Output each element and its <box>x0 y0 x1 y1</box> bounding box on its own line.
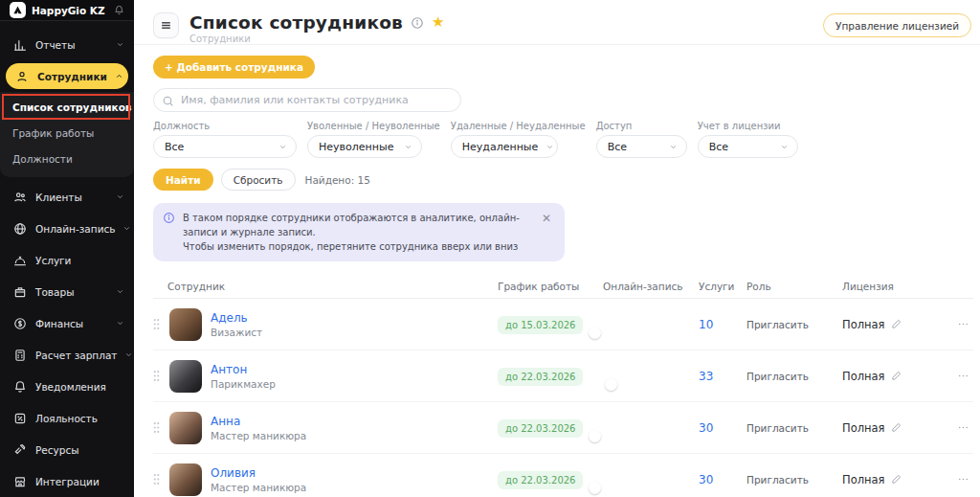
row-menu-icon[interactable] <box>957 421 973 434</box>
filter-position: Должность Все <box>153 121 297 158</box>
license-select[interactable]: Все <box>698 135 798 158</box>
sidebar-item-services[interactable]: Услуги <box>0 244 134 276</box>
close-icon[interactable]: ✕ <box>540 211 553 254</box>
filter-fired: Уволенные / Неуволенные Неуволенные <box>307 121 440 158</box>
drag-handle[interactable] <box>153 421 161 434</box>
edit-pencil-icon[interactable] <box>891 474 902 485</box>
employee-name-link[interactable]: Анна <box>211 415 306 428</box>
schedule-badge[interactable]: до 22.03.2026 <box>498 368 583 386</box>
employee-name-link[interactable]: Оливия <box>211 466 306 480</box>
sidebar-item-label: Услуги <box>35 255 124 266</box>
sidebar-item-label: Отчеты <box>35 39 108 51</box>
filter-license: Учет в лицензии Все <box>698 121 798 158</box>
services-count-link[interactable]: 30 <box>699 473 746 486</box>
license-value: Полная <box>842 318 885 331</box>
page-header: Список сотрудников ★ Сотрудники Управлен… <box>134 0 980 45</box>
employee-position: Мастер маникюра <box>211 430 306 441</box>
add-employee-button[interactable]: + Добавить сотрудника <box>153 56 315 79</box>
notifications-bell-icon[interactable] <box>114 5 124 15</box>
sidebar-brand-bar: HappyGio KZ <box>0 0 134 21</box>
position-select[interactable]: Все <box>153 135 297 158</box>
sidebar-item-label: Интеграции <box>35 476 124 487</box>
edit-pencil-icon[interactable] <box>891 371 902 381</box>
sidebar: HappyGio KZ Отчеты Сотрудники <box>0 0 134 497</box>
drag-handle[interactable] <box>153 318 161 330</box>
sidebar-item-clients[interactable]: Клиенты <box>0 181 134 213</box>
invite-link[interactable]: Пригласить <box>746 371 842 382</box>
filter-access: Доступ Все <box>596 121 687 158</box>
services-count-link[interactable]: 30 <box>699 421 746 435</box>
row-menu-icon[interactable] <box>957 473 973 486</box>
submenu-item-employee-list[interactable]: Список сотрудников <box>0 94 134 120</box>
dollar-circle-icon <box>12 317 28 330</box>
license-value: Полная <box>842 370 885 383</box>
license-management-button[interactable]: Управление лицензией <box>823 13 971 37</box>
chevron-down-icon <box>124 350 133 359</box>
sidebar-item-online-booking[interactable]: Онлайн-запись <box>0 213 134 244</box>
employee-name-link[interactable]: Адель <box>211 311 262 325</box>
submenu-item-positions[interactable]: Должности <box>0 146 134 171</box>
banner-line-2: Чтобы изменить порядок, перетяните сотру… <box>183 241 518 252</box>
schedule-badge[interactable]: до 22.03.2026 <box>498 471 583 489</box>
sidebar-item-employees[interactable]: Сотрудники <box>6 63 128 89</box>
breadcrumb: Сотрудники <box>189 34 444 44</box>
avatar[interactable] <box>169 412 202 444</box>
brand-name: HappyGio KZ <box>32 5 108 16</box>
avatar[interactable] <box>169 308 202 341</box>
brand-logo-icon <box>10 2 26 18</box>
schedule-badge[interactable]: до 22.03.2026 <box>498 419 583 438</box>
sidebar-item-resources[interactable]: Ресурсы <box>0 434 134 465</box>
access-select[interactable]: Все <box>596 135 687 158</box>
chevron-up-icon <box>115 72 123 80</box>
sidebar-item-payroll[interactable]: Расчет зарплат <box>0 339 134 371</box>
content-area: + Добавить сотрудника Должность Все Увол… <box>134 45 980 497</box>
info-icon[interactable] <box>411 16 424 30</box>
sidebar-item-notifications[interactable]: Уведомления <box>0 371 134 402</box>
schedule-badge[interactable]: до 15.03.2026 <box>498 316 583 334</box>
sidebar-item-integrations[interactable]: Интеграции <box>0 465 134 497</box>
row-menu-icon[interactable] <box>957 370 973 382</box>
invite-link[interactable]: Пригласить <box>746 319 842 330</box>
sidebar-item-reports[interactable]: Отчеты <box>0 29 134 60</box>
sidebar-item-products[interactable]: Товары <box>0 276 134 307</box>
sidebar-item-label: Клиенты <box>35 192 108 203</box>
select-value: Все <box>608 141 661 153</box>
invite-link[interactable]: Пригласить <box>746 474 842 486</box>
submenu-item-label: Должности <box>12 153 73 165</box>
submenu-item-work-schedule[interactable]: График работы <box>0 120 134 146</box>
drag-handle[interactable] <box>153 370 161 382</box>
bar-chart-icon <box>12 38 28 52</box>
avatar[interactable] <box>169 463 202 496</box>
services-count-link[interactable]: 10 <box>699 318 746 331</box>
table-row: Антон Парикмахер до 22.03.2026 33 Пригла… <box>153 350 973 402</box>
invite-link[interactable]: Пригласить <box>746 422 842 434</box>
services-count-link[interactable]: 33 <box>699 370 746 383</box>
hamburger-menu-button[interactable] <box>153 12 179 38</box>
reset-button[interactable]: Сбросить <box>221 169 296 191</box>
fired-select[interactable]: Неуволенные <box>307 135 422 158</box>
row-menu-icon[interactable] <box>957 318 973 330</box>
app-window: HappyGio KZ Отчеты Сотрудники <box>0 0 980 497</box>
find-button[interactable]: Найти <box>153 169 213 191</box>
person-icon <box>14 70 30 83</box>
table-row: Оливия Мастер маникюра до 22.03.2026 30 … <box>153 454 973 497</box>
select-value: Все <box>165 141 271 153</box>
sidebar-item-label: Ресурсы <box>35 444 124 456</box>
edit-pencil-icon[interactable] <box>891 319 902 329</box>
edit-pencil-icon[interactable] <box>891 422 902 433</box>
select-value: Неуволенные <box>319 141 396 153</box>
employee-name-link[interactable]: Антон <box>211 363 276 376</box>
search-input[interactable] <box>153 88 461 112</box>
sidebar-item-loyalty[interactable]: Лояльность <box>0 402 134 434</box>
filter-label: Удаленные / Неудаленные <box>451 121 586 131</box>
package-icon <box>12 285 28 299</box>
drag-handle[interactable] <box>153 473 161 486</box>
deleted-select[interactable]: Неудаленные <box>451 135 558 158</box>
sidebar-item-finance[interactable]: Финансы <box>0 307 134 339</box>
chevron-down-icon <box>546 143 554 151</box>
info-icon <box>163 212 175 254</box>
hammer-icon <box>12 443 28 457</box>
favorite-star-icon[interactable]: ★ <box>432 15 444 30</box>
column-header-role: Роль <box>746 281 842 292</box>
avatar[interactable] <box>169 360 202 393</box>
